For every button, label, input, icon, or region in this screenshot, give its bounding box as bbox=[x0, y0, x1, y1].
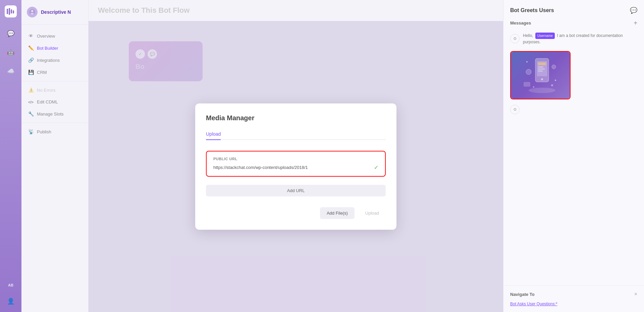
overview-icon: 👁 bbox=[28, 33, 34, 39]
svg-point-9 bbox=[541, 78, 543, 80]
sidebar-bottom: AB 👤 bbox=[5, 280, 16, 307]
crm-icon: 💾 bbox=[28, 70, 34, 75]
nav-divider-1 bbox=[21, 81, 88, 81]
svg-point-18 bbox=[555, 80, 556, 81]
message-text: Hello, Username I am a bot created for d… bbox=[523, 33, 637, 45]
image-preview-container bbox=[510, 51, 571, 99]
svg-rect-1 bbox=[9, 8, 10, 15]
chat-sidebar-icon[interactable]: 💬 bbox=[5, 28, 16, 39]
publish-icon: 📡 bbox=[28, 129, 34, 134]
url-valid-icon: ✓ bbox=[374, 164, 378, 171]
no-errors-icon: ⚠️ bbox=[28, 87, 34, 93]
navigate-close-button[interactable]: × bbox=[634, 291, 637, 297]
user-sidebar-icon[interactable]: 👤 bbox=[5, 296, 16, 307]
right-panel-header: Bot Greets Users 💬 bbox=[503, 0, 644, 17]
message-item: ⚙ Hello, Username I am a bot created for… bbox=[503, 29, 644, 48]
bot-builder-icon: ✏️ bbox=[28, 45, 34, 51]
svg-point-15 bbox=[552, 65, 556, 69]
sidebar-logo bbox=[5, 5, 17, 17]
modal-overlay[interactable]: Media Manager Upload Public URL ✓ Add UR… bbox=[89, 21, 503, 312]
main-header: Welcome to This Bot Flow bbox=[89, 0, 503, 21]
svg-point-5 bbox=[31, 10, 33, 12]
canvas-area[interactable]: ✓ 💬 Bo Media Manager Upload Public URL ✓ bbox=[89, 21, 503, 312]
svg-point-14 bbox=[526, 69, 531, 75]
right-panel: Bot Greets Users 💬 Messages + ⚙ Hello, U… bbox=[503, 0, 644, 312]
navigate-link[interactable]: Bot Asks User Questions:* bbox=[510, 302, 557, 306]
url-input-row: ✓ bbox=[213, 164, 378, 171]
navigate-header: Navigate To × bbox=[510, 291, 637, 297]
sidebar: 💬 🤖 ☁️ AB 👤 bbox=[0, 0, 21, 312]
integrations-icon: 🔗 bbox=[28, 57, 34, 63]
nav-item-bot-builder[interactable]: ✏️ Bot Builder bbox=[21, 42, 88, 54]
url-label: Public URL bbox=[213, 157, 378, 161]
add-message-button[interactable]: + bbox=[634, 19, 637, 27]
add-url-button[interactable]: Add URL bbox=[206, 185, 386, 196]
svg-rect-13 bbox=[538, 71, 543, 72]
svg-rect-11 bbox=[538, 66, 543, 68]
brand-logo bbox=[27, 7, 38, 17]
modal-title: Media Manager bbox=[206, 114, 386, 122]
svg-rect-2 bbox=[11, 9, 12, 13]
brand-area: Descriptive N bbox=[21, 7, 88, 25]
edit-cdml-icon: </> bbox=[28, 100, 34, 104]
svg-rect-16 bbox=[524, 82, 530, 87]
nav-item-no-errors: ⚠️ No Errors bbox=[21, 84, 88, 96]
cloud-sidebar-icon[interactable]: ☁️ bbox=[5, 66, 16, 77]
nav-item-manage-slots[interactable]: 🔧 Manage Slots bbox=[21, 108, 88, 120]
svg-rect-12 bbox=[538, 69, 545, 70]
svg-point-6 bbox=[31, 13, 34, 15]
upload-button[interactable]: Upload bbox=[359, 207, 386, 219]
message-gear-icon[interactable]: ⚙ bbox=[510, 34, 520, 43]
nav-divider-2 bbox=[21, 123, 88, 123]
media-manager-modal: Media Manager Upload Public URL ✓ Add UR… bbox=[195, 103, 396, 230]
modal-footer: Add File(s) Upload bbox=[206, 207, 386, 219]
messages-section-header: Messages + bbox=[503, 17, 644, 29]
username-badge: Username bbox=[535, 33, 555, 39]
nav-item-edit-cdml[interactable]: </> Edit CDML bbox=[21, 96, 88, 108]
right-panel-title: Bot Greets Users bbox=[510, 7, 554, 13]
svg-point-20 bbox=[533, 86, 534, 88]
nav-item-publish[interactable]: 📡 Publish bbox=[21, 126, 88, 138]
tech-illustration bbox=[511, 52, 570, 99]
bot-sidebar-icon[interactable]: 🤖 bbox=[5, 47, 16, 58]
bottom-gear-section: ⚙ bbox=[503, 102, 644, 117]
left-nav: Descriptive N 👁 Overview ✏️ Bot Builder … bbox=[21, 0, 89, 312]
svg-rect-10 bbox=[538, 62, 546, 65]
brand-name: Descriptive N bbox=[41, 9, 71, 15]
tab-upload[interactable]: Upload bbox=[206, 129, 221, 140]
navigate-title: Navigate To bbox=[510, 292, 535, 297]
svg-rect-3 bbox=[13, 10, 14, 13]
modal-tabs: Upload bbox=[206, 129, 386, 140]
svg-rect-0 bbox=[7, 9, 8, 14]
url-input[interactable] bbox=[213, 165, 371, 170]
page-title: Welcome to This Bot Flow bbox=[98, 6, 494, 15]
nav-item-crm[interactable]: 💾 CRM bbox=[21, 66, 88, 78]
add-files-button[interactable]: Add File(s) bbox=[320, 207, 355, 219]
nav-item-overview[interactable]: 👁 Overview bbox=[21, 30, 88, 42]
svg-point-17 bbox=[526, 61, 528, 62]
svg-point-21 bbox=[529, 88, 555, 93]
svg-point-19 bbox=[551, 84, 553, 86]
main-content: Welcome to This Bot Flow ✓ 💬 Bo Media Ma… bbox=[89, 0, 503, 312]
bottom-gear-icon[interactable]: ⚙ bbox=[510, 105, 520, 114]
url-section: Public URL ✓ bbox=[206, 151, 386, 177]
ab-test-sidebar-icon[interactable]: AB bbox=[5, 280, 16, 291]
nav-item-integrations[interactable]: 🔗 Integrations bbox=[21, 54, 88, 66]
manage-slots-icon: 🔧 bbox=[28, 111, 34, 117]
navigate-section: Navigate To × Bot Asks User Questions:* bbox=[503, 285, 644, 312]
right-panel-chat-icon: 💬 bbox=[630, 7, 637, 14]
